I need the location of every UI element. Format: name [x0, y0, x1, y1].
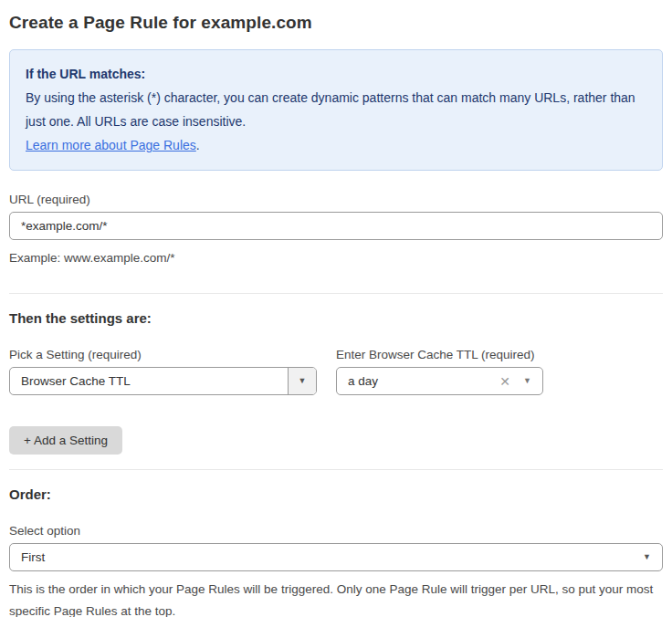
url-helper-text: Example: www.example.com/* — [9, 247, 663, 269]
learn-more-link[interactable]: Learn more about Page Rules — [26, 138, 196, 152]
pick-setting-caret-segment[interactable]: ▼ — [288, 368, 316, 394]
chevron-down-icon: ▼ — [299, 377, 307, 385]
chevron-down-icon: ▼ — [643, 553, 651, 561]
order-select[interactable]: First ▼ — [9, 543, 663, 571]
divider — [9, 469, 663, 470]
pick-setting-column: Pick a Setting (required) Browser Cache … — [9, 348, 317, 395]
ttl-setting-value: a day — [337, 374, 499, 388]
ttl-setting-label: Enter Browser Cache TTL (required) — [336, 348, 543, 361]
info-box-body-text: By using the asterisk (*) character, you… — [26, 90, 635, 129]
url-field-label: URL (required) — [9, 193, 663, 206]
chevron-down-icon: ▼ — [523, 377, 531, 385]
info-box-heading: If the URL matches: — [26, 62, 646, 86]
link-suffix: . — [196, 138, 200, 152]
pick-setting-label: Pick a Setting (required) — [9, 348, 317, 361]
order-section-heading: Order: — [9, 486, 663, 502]
settings-section-heading: Then the settings are: — [9, 310, 663, 326]
order-select-label: Select option — [9, 524, 663, 538]
info-box-body: By using the asterisk (*) character, you… — [26, 86, 646, 157]
settings-row: Pick a Setting (required) Browser Cache … — [9, 348, 663, 395]
order-helper-text: This is the order in which your Page Rul… — [9, 579, 663, 617]
add-setting-button[interactable]: + Add a Setting — [9, 426, 122, 455]
divider — [9, 293, 663, 294]
clear-icon[interactable]: ✕ — [499, 374, 510, 389]
page-rule-form: Create a Page Rule for example.com If th… — [0, 0, 672, 617]
pick-setting-value: Browser Cache TTL — [10, 374, 288, 388]
ttl-setting-column: Enter Browser Cache TTL (required) a day… — [336, 348, 543, 395]
url-input[interactable] — [9, 212, 663, 240]
page-title: Create a Page Rule for example.com — [9, 13, 663, 33]
order-select-value: First — [10, 550, 643, 564]
url-match-info-box: If the URL matches: By using the asteris… — [9, 49, 663, 171]
ttl-setting-select[interactable]: a day ✕ ▼ — [336, 367, 543, 395]
pick-setting-select[interactable]: Browser Cache TTL ▼ — [9, 367, 317, 395]
